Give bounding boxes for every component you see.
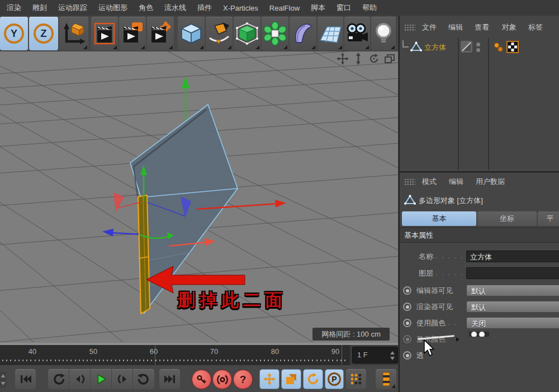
- subdivision-cage-icon: [235, 21, 259, 46]
- menu-realflow[interactable]: RealFlow: [264, 4, 305, 12]
- playhead[interactable]: [342, 345, 342, 365]
- om-menu-edit[interactable]: 编辑: [448, 22, 463, 32]
- timeline: 40 50 60 70 80 90 1 F: [0, 345, 398, 365]
- timeline-spinner[interactable]: [0, 372, 6, 388]
- menu-plugins[interactable]: 插件: [192, 3, 217, 13]
- panel-splitter[interactable]: [400, 170, 559, 173]
- om-menu-tags[interactable]: 标签: [528, 22, 543, 32]
- rotate-view-icon[interactable]: [367, 53, 381, 65]
- layer-input[interactable]: [466, 267, 559, 279]
- menu-sculpt[interactable]: 雕刻: [27, 3, 53, 13]
- frame-spinner[interactable]: [390, 351, 395, 361]
- floor-icon: [319, 21, 342, 46]
- camera-icon: [345, 21, 369, 46]
- record-parameter-button[interactable]: P: [325, 369, 344, 389]
- am-grip-icon[interactable]: [404, 178, 415, 186]
- am-menu-edit[interactable]: 编辑: [449, 177, 463, 187]
- axis-y-icon: Y: [4, 23, 24, 44]
- editor-visibility-dot[interactable]: [476, 42, 480, 46]
- frame-marker[interactable]: [155, 345, 155, 365]
- display-color-partial-swatch[interactable]: [469, 329, 489, 337]
- goto-start-button[interactable]: [15, 369, 36, 389]
- am-menu-mode[interactable]: 模式: [422, 177, 437, 187]
- display-color-arrow[interactable]: [456, 337, 459, 342]
- om-menu-object[interactable]: 对象: [502, 22, 517, 32]
- current-frame-field[interactable]: 1 F: [352, 347, 398, 363]
- timeline-ruler[interactable]: 40 50 60 70 80 90: [0, 345, 350, 365]
- camera-button[interactable]: [344, 17, 370, 50]
- layer-swatch-icon[interactable]: [460, 40, 473, 53]
- render-picture-viewer-button[interactable]: [119, 17, 146, 50]
- menu-script[interactable]: 脚本: [305, 3, 331, 13]
- menu-motion-tracker[interactable]: 运动跟踪: [53, 3, 93, 13]
- display-color-toggle[interactable]: [403, 335, 411, 343]
- help-button[interactable]: ?: [233, 370, 253, 389]
- selection-tag-icon[interactable]: [492, 41, 505, 53]
- autokeying-button[interactable]: [212, 370, 232, 389]
- menu-render[interactable]: 渲染: [1, 3, 27, 13]
- rotate-icon: [306, 372, 320, 386]
- point-level-animation-button[interactable]: [346, 369, 366, 389]
- pen-icon: [207, 21, 231, 46]
- tab-basic[interactable]: 基本: [402, 211, 476, 226]
- name-input[interactable]: 立方体: [466, 251, 559, 262]
- menu-pipeline[interactable]: 流水线: [159, 3, 192, 13]
- play-button[interactable]: [91, 369, 112, 389]
- record-scale-button[interactable]: [281, 369, 301, 389]
- previous-key-button[interactable]: [48, 369, 69, 389]
- menu-mograph[interactable]: 运动图形: [93, 3, 133, 13]
- spline-pen-button[interactable]: [206, 17, 233, 50]
- frame-label: 80: [271, 347, 279, 356]
- toggle-layout-icon[interactable]: [382, 53, 396, 65]
- tab-phong[interactable]: 平: [538, 211, 559, 226]
- use-color-toggle[interactable]: [403, 319, 411, 327]
- keyframe-selection-button[interactable]: [376, 369, 396, 389]
- render-visibility-dot[interactable]: [476, 48, 480, 52]
- tab-coordinates[interactable]: 坐标: [477, 211, 537, 226]
- section-basic-properties[interactable]: 基本属性: [400, 227, 559, 243]
- pan-view-icon[interactable]: [335, 53, 349, 65]
- grid-spacing-badge: 网格间距 : 100 cm: [312, 328, 390, 341]
- viewport-canvas[interactable]: 删掉此二面 网格间距 : 100 cm: [0, 51, 398, 343]
- am-menu-userdata[interactable]: 用户数据: [476, 177, 505, 187]
- record-position-button[interactable]: [259, 369, 280, 389]
- record-keyframes-button[interactable]: [192, 370, 211, 389]
- axis-z-lock-button[interactable]: Z: [29, 17, 58, 50]
- deformer-button[interactable]: [290, 17, 316, 50]
- render-settings-button[interactable]: [147, 17, 174, 50]
- record-rotation-button[interactable]: [303, 369, 323, 389]
- renderer-visibility-toggle[interactable]: [403, 303, 411, 311]
- phong-tag-icon[interactable]: [506, 41, 519, 53]
- om-menu-file[interactable]: 文件: [422, 22, 437, 32]
- menu-help[interactable]: 帮助: [357, 3, 382, 13]
- mouse-cursor: [423, 340, 434, 357]
- previous-frame-button[interactable]: [69, 369, 91, 389]
- frame-label: 40: [29, 347, 36, 356]
- frame-label: 60: [150, 347, 158, 356]
- zoom-view-icon[interactable]: [351, 53, 365, 65]
- coordinate-system-button[interactable]: [59, 17, 88, 50]
- editor-visibility-dropdown[interactable]: 默认: [466, 285, 559, 296]
- menu-character[interactable]: 角色: [133, 3, 159, 13]
- object-name[interactable]: 立方体: [424, 42, 446, 53]
- light-button[interactable]: [371, 17, 396, 50]
- primitive-cube-button[interactable]: [178, 17, 205, 50]
- om-menu-view[interactable]: 查看: [475, 22, 489, 32]
- floor-button[interactable]: [318, 17, 343, 50]
- next-key-button[interactable]: [133, 369, 154, 389]
- object-row[interactable]: 立方体: [400, 39, 559, 55]
- mograph-button[interactable]: [262, 17, 288, 50]
- viewport-nav: [335, 53, 396, 65]
- render-view-button[interactable]: [91, 17, 118, 50]
- editor-visibility-toggle[interactable]: [403, 286, 411, 295]
- om-grip-icon[interactable]: [404, 24, 415, 31]
- goto-end-button[interactable]: [159, 369, 180, 389]
- use-color-dropdown[interactable]: 关闭: [466, 317, 559, 329]
- menu-xparticles[interactable]: X-Particles: [217, 4, 264, 12]
- transparency-toggle[interactable]: [403, 351, 411, 360]
- axis-y-lock-button[interactable]: Y: [0, 17, 28, 50]
- menu-window[interactable]: 窗口: [331, 3, 357, 13]
- subdivision-surface-button[interactable]: [234, 17, 260, 50]
- next-frame-button[interactable]: [112, 369, 133, 389]
- renderer-visibility-dropdown[interactable]: 默认: [466, 301, 559, 313]
